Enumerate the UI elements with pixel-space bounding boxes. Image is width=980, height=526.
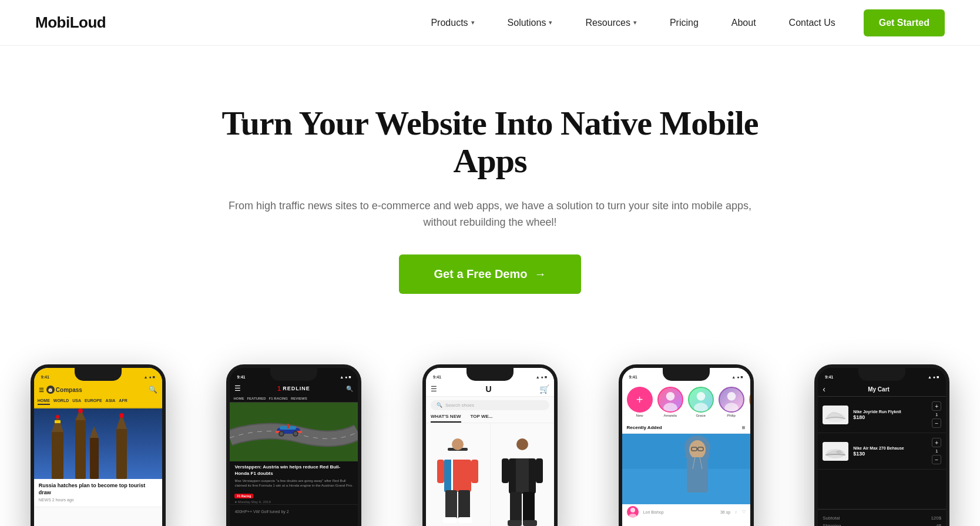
redline-logo: REDLINE [283, 386, 310, 391]
cart-title: My Cart [830, 386, 927, 393]
story-amanda[interactable]: Amanda [657, 387, 683, 417]
phone-notch [466, 368, 514, 381]
redline-article-title: Verstappen: Austria win helps reduce Red… [230, 461, 358, 478]
cart-item-1: Nike Joyride Run Flyknit $180 + 1 − [818, 397, 946, 433]
nav-links: Products ▾ Solutions ▾ Resources ▾ Prici… [414, 18, 851, 28]
cart-header: ‹ My Cart [818, 382, 946, 397]
share-icon: ↑ [735, 510, 737, 514]
nav-item-solutions[interactable]: Solutions ▾ [491, 18, 569, 28]
svg-rect-58 [687, 457, 708, 493]
hero-heading: Turn Your Website Into Native Mobile App… [196, 105, 784, 180]
hero-section: Turn Your Website Into Native Mobile App… [0, 46, 980, 329]
cart-item-price-1: $180 [853, 414, 927, 420]
social-stories: + New Amanda Grace [622, 382, 750, 422]
phone-notch [270, 368, 317, 381]
cart-item-details-2: Nike Air Max 270 Behause $130 [853, 445, 927, 457]
svg-point-61 [630, 508, 635, 512]
search-placeholder: Search shoes [445, 403, 474, 408]
svg-point-46 [727, 392, 736, 401]
story-brittney[interactable]: Brittney [749, 387, 754, 417]
cart-qty-1: + 1 − [932, 401, 941, 428]
qty-minus-1[interactable]: − [932, 418, 941, 428]
qty-plus-2[interactable]: + [932, 438, 941, 447]
shoes-header: ☰ U 🛒 [426, 382, 554, 397]
chevron-down-icon: ▾ [633, 19, 637, 26]
status-time: 9:41 [825, 375, 833, 379]
phone-shoes-wrapper: 9:41 ▲ ● ■ ☰ U 🛒 🔍 Search shoes WHAT'S N… [392, 364, 588, 526]
svg-point-45 [694, 403, 708, 411]
nav-item-pricing[interactable]: Pricing [653, 18, 715, 28]
svg-point-20 [294, 432, 297, 435]
nav-link-resources[interactable]: Resources ▾ [569, 18, 653, 28]
phone-notch [75, 368, 122, 381]
chevron-down-icon: ▾ [549, 19, 552, 26]
story-add[interactable]: + New [627, 387, 653, 417]
status-time: 9:41 [237, 375, 245, 379]
phone-shoes: 9:41 ▲ ● ■ ☰ U 🛒 🔍 Search shoes WHAT'S N… [422, 364, 558, 526]
compass-logo-text: Compass [56, 387, 82, 393]
get-started-button[interactable]: Get Started [864, 9, 945, 36]
status-time: 9:41 [433, 375, 441, 379]
phone-cart: 9:41 ▲ ● ■ ‹ My Cart [814, 364, 949, 526]
qty-value-2: 1 [935, 448, 938, 454]
recently-added-label: Recently Added [627, 425, 662, 430]
svg-point-43 [663, 403, 677, 411]
back-icon[interactable]: ‹ [823, 384, 825, 394]
svg-point-11 [56, 415, 59, 418]
svg-point-47 [724, 403, 739, 411]
phone-notch [858, 368, 905, 381]
svg-point-42 [666, 392, 674, 401]
tab-whats-new[interactable]: WHAT'S NEW [431, 414, 461, 423]
qty-minus-2[interactable]: − [932, 455, 941, 464]
qty-plus-1[interactable]: + [932, 401, 941, 411]
arrow-icon: → [534, 267, 546, 281]
compass-nav: HOME WORLD USA EUROPE ASIA AFR [34, 396, 162, 408]
nav-link-about[interactable]: About [715, 18, 773, 28]
redline-hero-image [230, 403, 358, 461]
svg-rect-38 [510, 492, 522, 522]
tab-top-wear[interactable]: TOP WE... [471, 414, 493, 423]
redline-header: ☰ 1 REDLINE 🔍 [230, 382, 358, 395]
nav-item-about[interactable]: About [715, 18, 773, 28]
svg-rect-35 [516, 458, 529, 494]
compass-hero-image [34, 408, 162, 479]
demo-button[interactable]: Get a Free Demo → [399, 254, 582, 294]
nav-item-products[interactable]: Products ▾ [414, 18, 491, 28]
svg-rect-28 [471, 460, 478, 483]
nav-link-contact[interactable]: Contact Us [773, 18, 852, 28]
shoes-search-bar[interactable]: 🔍 Search shoes [431, 400, 549, 410]
logo[interactable]: MobiLoud [35, 14, 106, 32]
svg-rect-40 [508, 520, 522, 526]
svg-rect-2 [55, 420, 61, 423]
nav-link-pricing[interactable]: Pricing [653, 18, 715, 28]
search-icon: 🔍 [437, 403, 442, 408]
phone-redline-wrapper: 9:41 ▲ ● ■ ☰ 1 REDLINE 🔍 HOME FEATURED F… [196, 364, 392, 526]
nav-item-resources[interactable]: Resources ▾ [569, 18, 653, 28]
social-feed-image [622, 434, 750, 504]
story-grace[interactable]: Grace [688, 387, 714, 417]
nav-item-contact[interactable]: Contact Us [773, 18, 852, 28]
story-label-amanda: Amanda [663, 414, 676, 417]
svg-point-10 [119, 413, 124, 418]
cart-item-image-1 [823, 406, 848, 424]
status-icons: ▲ ● ■ [144, 375, 155, 379]
svg-rect-31 [443, 517, 457, 523]
compass-header: ☰ 🧭 Compass 🔍 [34, 382, 162, 396]
shipping-value: 4$ [936, 523, 941, 526]
status-icons: ▲ ● ■ [928, 375, 939, 379]
hero-subtext: From high traffic news sites to e-commer… [226, 197, 754, 232]
nav-link-products[interactable]: Products ▾ [414, 18, 491, 28]
search-icon: 🔍 [149, 386, 157, 394]
svg-rect-36 [502, 458, 509, 483]
redline-next-article: 400HP++ VW Golf tuned by 2 [234, 507, 353, 514]
redline-tag: F1 Racing [234, 494, 253, 498]
status-icons: ▲ ● ■ [536, 375, 547, 379]
phone-social-wrapper: 9:41 ▲ ● ■ + New Amanda [588, 364, 784, 526]
nav-link-solutions[interactable]: Solutions ▾ [491, 18, 569, 28]
filter-icon: ≡ [742, 424, 746, 431]
svg-rect-25 [444, 460, 451, 492]
person-avatar-small [627, 506, 639, 518]
phone-cart-wrapper: 9:41 ▲ ● ■ ‹ My Cart [784, 364, 980, 526]
redline-snippet: Max Verstappen suspects "a few doubts ar… [230, 478, 358, 489]
story-philip[interactable]: Philip [719, 387, 744, 417]
